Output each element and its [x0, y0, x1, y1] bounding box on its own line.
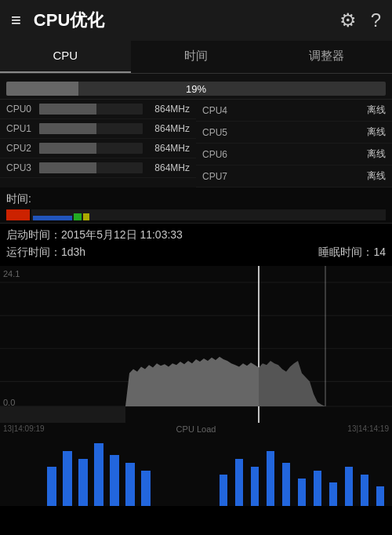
cpu4-label: CPU4 [202, 105, 232, 116]
time-bar-rest [31, 209, 386, 220]
runtime-row: 运行时间：1d3h 睡眠时间：14 [6, 244, 386, 261]
bottom-chart-area [0, 435, 392, 506]
svg-rect-17 [220, 475, 227, 506]
table-row: CPU4 离线 [196, 100, 392, 122]
svg-rect-19 [251, 467, 259, 506]
boot-time-value: 2015年5月12日 11:03:33 [61, 228, 183, 241]
svg-rect-15 [125, 463, 135, 506]
cpu-grid: CPU0 864MHz CPU1 864MHz CPU2 86 [0, 99, 392, 187]
boot-time-text: 启动时间：2015年5月12日 11:03:33 [6, 228, 386, 242]
chart-area: 24.1 0.0 [0, 266, 392, 423]
svg-rect-25 [345, 467, 353, 506]
svg-rect-16 [141, 471, 151, 506]
svg-rect-24 [329, 482, 337, 506]
table-row: CPU1 864MHz [0, 119, 196, 139]
info-section: 启动时间：2015年5月12日 11:03:33 运行时间：1d3h 睡眠时间：… [0, 223, 392, 264]
chart-x-labels: 13|14:09:19 CPU Load 13|14:14:19 [0, 423, 392, 435]
time-bar-yellow [83, 213, 89, 220]
boot-time-row: 启动时间：2015年5月12日 11:03:33 [6, 227, 386, 244]
svg-rect-20 [267, 451, 274, 506]
time-bar-row [6, 209, 386, 221]
cpu1-label: CPU1 [6, 123, 36, 134]
cpu1-freq: 864MHz [146, 123, 190, 134]
cpu7-label: CPU7 [202, 171, 232, 182]
chart-x-end: 13|14:14:19 [347, 424, 389, 434]
cpu0-label: CPU0 [6, 104, 36, 115]
svg-rect-11 [63, 451, 72, 506]
svg-rect-14 [110, 455, 119, 506]
app-header: ≡ CPU优化 ⚙ ? [0, 0, 392, 41]
cpu2-freq: 864MHz [146, 143, 190, 154]
boot-time-label: 启动时间： [6, 228, 61, 241]
app-title: CPU优化 [34, 9, 339, 32]
cpu4-status: 离线 [235, 104, 386, 117]
settings-icon[interactable]: ⚙ [339, 9, 357, 31]
cpu-section: 19% CPU0 864MHz CPU1 864MHz [0, 74, 392, 187]
time-section: 时间: [0, 187, 392, 223]
cpu0-freq: 864MHz [146, 104, 190, 115]
help-icon[interactable]: ? [371, 9, 381, 31]
bottom-chart-svg [0, 435, 392, 506]
table-row: CPU2 864MHz [0, 139, 196, 158]
chart-x-center: CPU Load [176, 424, 216, 434]
svg-rect-27 [376, 486, 384, 506]
cpu2-label: CPU2 [6, 143, 36, 154]
table-row: CPU3 864MHz [0, 158, 196, 178]
cpu6-status: 离线 [235, 147, 386, 161]
cpu2-freq-bar [39, 143, 143, 154]
tab-time[interactable]: 时间 [131, 41, 262, 73]
header-actions: ⚙ ? [339, 9, 381, 31]
cpu7-status: 离线 [235, 169, 386, 183]
svg-rect-13 [94, 443, 103, 506]
tab-cpu[interactable]: CPU [0, 41, 131, 73]
table-row: CPU5 离线 [196, 122, 392, 144]
svg-rect-26 [361, 475, 368, 506]
tab-bar: CPU 时间 调整器 [0, 41, 392, 74]
chart-svg [0, 266, 392, 423]
cpu1-freq-bar [39, 123, 143, 134]
svg-rect-21 [282, 463, 290, 506]
chart-y-min: 0.0 [3, 398, 15, 407]
run-time-label: 运行时间： [6, 246, 61, 258]
cpu3-label: CPU3 [6, 162, 36, 173]
svg-rect-10 [47, 467, 56, 506]
cpu6-label: CPU6 [202, 149, 232, 160]
cpu-right-col: CPU4 离线 CPU5 离线 CPU6 离线 CPU7 离线 [196, 100, 392, 187]
run-time-text: 运行时间：1d3h [6, 246, 318, 260]
cpu-percent-label: 19% [6, 82, 386, 96]
svg-rect-18 [235, 459, 243, 506]
cpu-overall-row: 19% [0, 78, 392, 99]
cpu5-status: 离线 [235, 126, 386, 139]
time-label: 时间: [6, 192, 386, 206]
run-time-value: 1d3h [61, 246, 85, 258]
cpu-load-chart: 24.1 0.0 13|14:09:19 CPU Load 13|14:14:1… [0, 266, 392, 435]
time-bar-red [6, 209, 30, 220]
sleep-time-text: 睡眠时间：14 [318, 246, 386, 260]
menu-icon[interactable]: ≡ [11, 12, 21, 29]
svg-rect-6 [0, 406, 125, 423]
table-row: CPU7 离线 [196, 166, 392, 187]
svg-rect-12 [78, 459, 88, 506]
time-bar-green [74, 213, 82, 220]
sleep-time-label: 睡眠时间： [318, 246, 373, 258]
svg-rect-22 [298, 479, 306, 506]
time-bar-blue [33, 216, 72, 220]
sleep-time-value: 14 [373, 246, 386, 258]
svg-marker-7 [125, 357, 259, 406]
cpu5-label: CPU5 [202, 127, 232, 138]
tab-adjuster[interactable]: 调整器 [261, 41, 392, 73]
chart-x-start: 13|14:09:19 [3, 424, 45, 434]
cpu3-freq: 864MHz [146, 162, 190, 173]
cpu-progress-bar: 19% [6, 82, 386, 96]
cpu3-freq-bar [39, 162, 143, 173]
table-row: CPU0 864MHz [0, 100, 196, 119]
svg-rect-23 [314, 471, 321, 506]
cpu0-freq-bar [39, 104, 143, 115]
bottom-chart-section: 1555.3 [0, 435, 392, 506]
cpu-left-col: CPU0 864MHz CPU1 864MHz CPU2 86 [0, 100, 196, 187]
table-row: CPU6 离线 [196, 144, 392, 166]
